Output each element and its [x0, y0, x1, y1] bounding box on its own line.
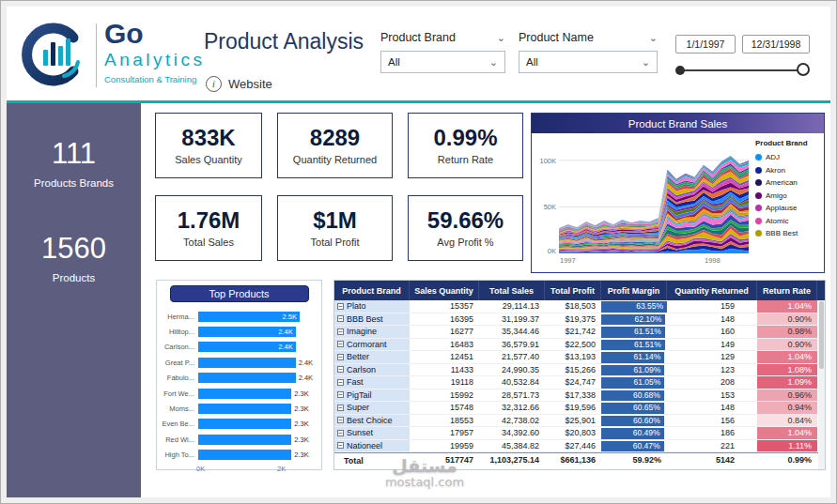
- column-header[interactable]: Profit Margin: [601, 281, 667, 300]
- collapse-icon[interactable]: −: [337, 315, 344, 322]
- kpi-value: 833K: [181, 127, 235, 149]
- cell-sales-quantity: 18553: [410, 415, 479, 427]
- table-row[interactable]: −Plato1535729,114.13$18,50363.55%1591.04…: [334, 300, 825, 313]
- cell-total-profit: $19,375: [545, 313, 601, 326]
- bar-row: Carlson...2.4K: [161, 340, 318, 355]
- kpi-card-avg-profit: 59.66% Avg Profit %: [408, 195, 523, 261]
- collapse-icon[interactable]: −: [337, 354, 344, 360]
- cell-total-profit: $18,503: [545, 300, 601, 313]
- legend-item[interactable]: Akron: [755, 164, 823, 177]
- cell-total-sales: 1,103,275.14: [479, 453, 545, 467]
- collapse-icon[interactable]: −: [337, 341, 344, 347]
- bar-value-label: 2.4K: [299, 358, 313, 368]
- bar-row: Moms...2.3K: [161, 401, 318, 416]
- table-scrollbar[interactable]: [818, 300, 825, 469]
- cell-total-profit: $15,266: [545, 364, 601, 376]
- kpi-value: 8289: [310, 127, 360, 149]
- stacked-area-chart[interactable]: [559, 141, 749, 253]
- profit-margin-bar: 61.09%: [601, 365, 664, 376]
- end-date-input[interactable]: 12/31/1998: [742, 35, 810, 53]
- legend-label: ADJ: [766, 153, 780, 161]
- legend-item[interactable]: ADJ: [755, 151, 823, 164]
- website-link[interactable]: i Website: [206, 76, 272, 92]
- product-name-filter-header[interactable]: Product Name ⌄: [519, 31, 658, 44]
- column-header[interactable]: Total Sales: [479, 281, 545, 300]
- table-row[interactable]: −Imagine1627735,344.46$21,74261.51%1600.…: [334, 326, 825, 339]
- legend-item[interactable]: Applause: [755, 202, 823, 215]
- collapse-icon[interactable]: −: [337, 442, 344, 449]
- product-bar[interactable]: [198, 419, 291, 429]
- table-row[interactable]: −PigTail1599228,571.73$17,33860.68%1530.…: [334, 389, 825, 403]
- table-row[interactable]: −Super1574832,312.66$19,59660.65%1480.94…: [334, 402, 825, 415]
- table-row[interactable]: −BBB Best1639531,199.37$19,37562.10%1480…: [334, 313, 825, 327]
- cell-product-brand: −Better: [334, 351, 410, 363]
- product-brand-select[interactable]: All ⌄: [380, 51, 505, 73]
- slider-handle-right[interactable]: [797, 63, 810, 76]
- collapse-icon[interactable]: −: [337, 391, 344, 398]
- column-header[interactable]: Total Profit: [545, 281, 601, 300]
- product-bar[interactable]: [198, 373, 296, 383]
- watermark-domain: mostaql.com: [349, 475, 500, 489]
- collapse-icon[interactable]: −: [337, 430, 344, 436]
- slider-handle-left[interactable]: [675, 66, 685, 75]
- category-label: Fabulo...: [161, 374, 198, 382]
- legend-item[interactable]: Atomic: [755, 215, 823, 228]
- column-header[interactable]: Return Rate: [757, 281, 817, 300]
- column-header[interactable]: Product Brand: [334, 281, 410, 300]
- table-total-row[interactable]: Total5177471,103,275.14$661,13659.92%514…: [334, 452, 825, 467]
- legend-dot-icon: [755, 230, 762, 237]
- kpi-value: 1.76M: [178, 209, 240, 232]
- cell-return-rate: 1.09%: [757, 376, 817, 389]
- product-bar[interactable]: 2.5K: [198, 312, 300, 322]
- chevron-down-icon: ⌄: [489, 57, 498, 68]
- product-bar[interactable]: [198, 404, 291, 414]
- column-header[interactable]: Quantity Returned: [667, 281, 757, 300]
- logo: Go Analytics Consultation & Training: [104, 19, 206, 84]
- collapse-icon[interactable]: −: [337, 379, 344, 386]
- legend-item[interactable]: American: [755, 176, 823, 190]
- product-bar[interactable]: [198, 358, 296, 368]
- cell-sales-quantity: 15357: [410, 300, 479, 313]
- table-row[interactable]: −Best Choice1855342,738.02$25,90160.60%1…: [334, 415, 825, 428]
- cell-profit-margin: 61.05%: [601, 376, 667, 389]
- cell-total-profit: $22,500: [545, 339, 601, 351]
- collapse-icon[interactable]: −: [337, 405, 344, 411]
- cell-profit-margin: 61.51%: [601, 339, 667, 351]
- cell-profit-margin: 59.92%: [601, 453, 667, 467]
- product-brand-filter-header[interactable]: Product Brand ⌄: [380, 31, 505, 44]
- scrollbar-thumb[interactable]: [819, 301, 824, 369]
- cell-total-sales: 29,114.13: [479, 300, 545, 313]
- table-row[interactable]: −Cormorant1648336,579.91$22,50061.51%149…: [334, 339, 825, 352]
- legend-dot-icon: [755, 179, 762, 186]
- cell-quantity-returned: 5142: [667, 453, 757, 467]
- collapse-icon[interactable]: −: [337, 303, 344, 310]
- product-bar[interactable]: [198, 389, 291, 399]
- date-range-slider[interactable]: [675, 63, 810, 78]
- product-name-select[interactable]: All ⌄: [519, 51, 658, 73]
- collapse-icon[interactable]: −: [337, 328, 344, 335]
- table-row[interactable]: −Sunset1795734,392.60$20,80360.49%1861.0…: [334, 427, 825, 440]
- table-row[interactable]: −Carlson1143324,990.35$15,26661.09%1231.…: [334, 364, 825, 377]
- collapse-icon[interactable]: −: [337, 366, 344, 373]
- start-date-input[interactable]: 1/1/1997: [675, 35, 736, 53]
- collapse-icon[interactable]: −: [337, 417, 344, 423]
- slider-track[interactable]: [680, 69, 803, 71]
- logo-go-text: Go: [104, 19, 206, 49]
- table-row[interactable]: −Nationeel1995945,384.82$27,44660.47%221…: [334, 440, 825, 453]
- product-bar[interactable]: [198, 435, 291, 445]
- cell-sales-quantity: 517747: [410, 453, 479, 467]
- table-row[interactable]: −Better1245121,577.40$13,19361.14%1291.0…: [334, 351, 825, 364]
- product-bar[interactable]: 2.4K: [198, 327, 296, 337]
- column-header[interactable]: Sales Quantity: [410, 281, 479, 300]
- legend-item[interactable]: BBB Best: [755, 227, 823, 240]
- product-brand-filter: Product Brand ⌄ All ⌄: [380, 31, 505, 73]
- product-bar[interactable]: 2.4K: [198, 342, 296, 352]
- filter-label: Product Name: [519, 31, 594, 44]
- legend-item[interactable]: Amigo: [755, 190, 823, 203]
- table-row[interactable]: −Fast1911840,532.84$24,74761.05%2081.09%: [334, 376, 825, 389]
- legend-label: Akron: [766, 166, 785, 175]
- legend-items: ADJAkronAmericanAmigoApplauseAtomicBBB B…: [755, 151, 823, 240]
- cell-sales-quantity: 16395: [410, 313, 479, 326]
- product-bar[interactable]: [198, 450, 291, 460]
- cell-profit-margin: 60.68%: [601, 389, 667, 402]
